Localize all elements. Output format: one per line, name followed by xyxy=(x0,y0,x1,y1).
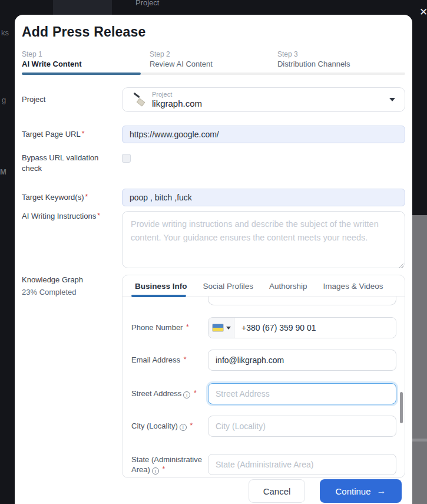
email-address-label: Email Address * xyxy=(131,355,208,365)
backdrop-text-fragment: g xyxy=(2,95,6,104)
close-icon[interactable]: ✕ xyxy=(419,7,427,17)
backdrop-overlay-strip xyxy=(412,215,427,504)
backdrop-overlay-divider xyxy=(412,439,427,442)
step-number: Step 1 xyxy=(22,50,150,58)
ai-instructions-textarea[interactable] xyxy=(122,211,405,268)
backdrop-text-fragment: ks xyxy=(1,28,9,37)
chevron-down-icon xyxy=(226,327,231,330)
step-2-review-ai-content[interactable]: Step 2 Review AI Content xyxy=(150,50,277,68)
project-select-value: likgraph.com xyxy=(152,98,383,108)
progress-fill xyxy=(22,73,141,75)
phone-number-label: Phone Number * xyxy=(131,322,208,333)
backdrop-project-label: Project xyxy=(135,0,159,7)
required-asterisk: * xyxy=(184,355,187,364)
phone-number-field xyxy=(208,317,396,338)
required-asterisk: * xyxy=(190,421,193,430)
kg-tabs: Business Info Social Profiles Authorship… xyxy=(123,275,405,297)
target-keywords-input[interactable] xyxy=(122,189,405,206)
project-select-caption: Project xyxy=(152,91,383,98)
city-locality-label: City (Locality) * xyxy=(131,421,208,431)
add-press-release-modal: Add Press Release Step 1 AI Write Conten… xyxy=(15,15,412,504)
email-address-input[interactable] xyxy=(208,350,396,371)
project-favicon-brush-icon xyxy=(132,93,145,106)
target-page-url-label: Target Page URL* xyxy=(22,129,122,140)
stepper: Step 1 AI Write Content Step 2 Review AI… xyxy=(22,50,405,68)
arrow-right-icon: → xyxy=(377,486,386,496)
kg-scroll-area[interactable]: Phone Number * xyxy=(123,297,405,477)
street-address-label: Street Address * xyxy=(131,388,208,399)
project-select[interactable]: Project likgraph.com xyxy=(122,87,405,112)
ukraine-flag-icon xyxy=(212,324,224,332)
modal-title: Add Press Release xyxy=(22,24,405,40)
partially-scrolled-input[interactable] xyxy=(208,297,396,305)
step-label: Distribution Channels xyxy=(277,60,405,68)
tab-authorship[interactable]: Authorship xyxy=(269,282,307,291)
bypass-validation-checkbox[interactable] xyxy=(122,154,131,163)
phone-number-input[interactable] xyxy=(234,318,396,338)
knowledge-graph-label: Knowledge Graph 23% Completed xyxy=(22,275,122,297)
panel-scrollbar-thumb[interactable] xyxy=(400,392,403,423)
knowledge-graph-completion: 23% Completed xyxy=(22,287,116,298)
modal-footer: Cancel Continue → xyxy=(249,479,402,503)
info-icon xyxy=(180,424,187,431)
target-keywords-label: Target Keyword(s)* xyxy=(22,192,122,203)
step-label: AI Write Content xyxy=(22,60,150,68)
step-progress-track xyxy=(22,73,405,75)
continue-button[interactable]: Continue → xyxy=(320,479,402,503)
step-number: Step 2 xyxy=(150,50,277,58)
tab-images-videos[interactable]: Images & Videos xyxy=(323,282,383,291)
continue-button-label: Continue xyxy=(335,486,370,496)
tab-business-info[interactable]: Business Info xyxy=(135,282,187,291)
required-asterisk: * xyxy=(85,193,88,201)
country-code-select[interactable] xyxy=(208,318,234,338)
info-icon xyxy=(183,391,190,398)
knowledge-graph-panel: Business Info Social Profiles Authorship… xyxy=(122,275,405,478)
ai-instructions-label: AI Writing Instructions* xyxy=(22,211,122,222)
step-label: Review AI Content xyxy=(150,60,277,68)
city-locality-input[interactable] xyxy=(208,416,396,437)
state-admin-area-label: State (Administrative Area) * xyxy=(131,454,208,475)
step-1-ai-write-content[interactable]: Step 1 AI Write Content xyxy=(22,50,150,68)
backdrop-text-fragment: M xyxy=(0,167,6,176)
backdrop-header-block xyxy=(53,0,112,15)
street-address-input[interactable] xyxy=(208,383,396,404)
project-label: Project xyxy=(22,94,122,105)
tab-social-profiles[interactable]: Social Profiles xyxy=(203,282,254,291)
required-asterisk: * xyxy=(82,130,85,138)
required-asterisk: * xyxy=(194,389,197,397)
info-icon xyxy=(152,467,159,475)
step-3-distribution-channels[interactable]: Step 3 Distribution Channels xyxy=(277,50,405,68)
chevron-down-icon xyxy=(389,98,395,101)
required-asterisk: * xyxy=(186,323,189,331)
target-page-url-input[interactable] xyxy=(122,126,405,143)
step-number: Step 3 xyxy=(277,50,405,58)
cancel-button[interactable]: Cancel xyxy=(249,479,305,503)
required-asterisk: * xyxy=(162,465,165,473)
state-admin-area-input[interactable] xyxy=(208,454,396,475)
required-asterisk: * xyxy=(97,212,100,220)
bypass-validation-label: Bypass URL validation check xyxy=(22,153,122,173)
